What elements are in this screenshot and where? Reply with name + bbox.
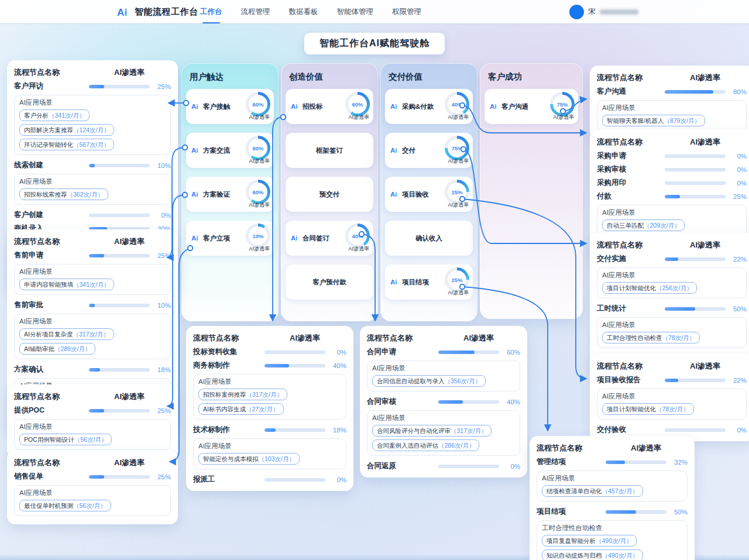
node-label: 客户预付款 [312,278,346,287]
node-label: 采购&付款 [390,102,434,111]
ai-scenario-chip: 拜访记录智能转化（567次/月） [19,139,114,150]
process-row: 合同返原0% [367,459,520,473]
ai-scenario-chips: 招投标线索推荐（362次/月） [19,188,166,200]
process-node-card[interactable]: 客户预付款 [286,264,373,300]
process-node-card[interactable]: 项目验收25%AI渗透率 [385,177,473,212]
ai-rate-bar [665,195,726,198]
top-navigation-bar: 智能流程工作台 工作台流程管理数据看板智能体管理权限管理 宋 [0,0,749,23]
chip-count: （879次/月） [664,117,700,124]
process-row: 销售促单25% [14,470,171,483]
ai-rate-bar-fill [665,90,713,94]
ai-rate-value: 40% [345,224,370,248]
process-row: 商务标制作40% [193,359,346,372]
process-row: 工时统计50% [597,302,747,315]
ai-rate-percent: 60% [499,349,520,356]
node-label: 确认收入 [415,234,442,243]
ai-rate-donut: 40% [345,224,370,248]
nav-tab-权限管理[interactable]: 权限管理 [391,5,422,19]
detail-card-acceptance: 流程节点名称AI渗透率项目验收报告22%AI应用场景项目计划智能优化（78次/月… [590,354,749,441]
ai-scenario-box: AI应用场景合同风险评分与自动化评审（317次/月）合同案例入选自动评估（286… [367,410,520,456]
process-node-card[interactable]: 预交付 [286,177,373,212]
ai-scenario-label: AI应用场景 [372,364,515,373]
process-node-card[interactable]: 确认收入 [385,221,473,256]
process-name: 技术标制作 [193,425,264,435]
process-row: 客户创建0% [14,208,171,222]
ai-rate-bar-fill [606,461,625,464]
ai-rate-percent: 40% [325,362,346,369]
node-label: 框架签订 [316,146,343,155]
process-name: 报派工 [193,475,264,485]
chip-count: （56次/月） [74,436,108,443]
process-node-card[interactable]: 客户接触60%AI渗透率 [186,89,274,124]
process-node-card[interactable]: 客户立项10%AI渗透率 [186,221,274,256]
ai-scenario-box: AI应用场景智能定价与成本模拟（103次/月） [193,438,346,469]
ai-rate-bar-fill [89,409,104,413]
ai-rate-percent: 0% [726,427,747,434]
ai-rate-donut: 25% [445,267,469,292]
ai-scenario-chip: 结项检查清单自动化（457次/月） [542,485,643,497]
ai-rate-donut: 75% [445,136,469,160]
chip-count: （490次/月） [602,552,638,559]
rate-col-header: AI渗透率 [664,361,747,372]
column-title: 用户触达 [186,69,274,89]
process-name: 提供POC [14,406,89,415]
chip-text: AI分析项目复杂度 [24,331,73,338]
chip-count: （317次/月） [246,391,283,398]
ai-rate-percent: 40% [499,398,520,406]
ai-scenario-chip: AI分析项目复杂度（317次/月） [19,328,114,340]
process-row: 合同审核40% [367,395,520,408]
process-node-card[interactable]: 招投标60%AI渗透率 [286,89,373,124]
chip-text: AI辅助审批 [24,345,54,352]
ai-rate-bar [665,154,726,158]
process-node-card[interactable]: 项目结项25%AI渗透率 [385,264,473,300]
node-label: 客户沟通 [490,102,528,111]
nav-tab-数据看板[interactable]: 数据看板 [288,5,319,19]
rate-col-header: AI渗透率 [664,73,747,83]
chip-count: （457次/月） [602,487,638,494]
column-title: 交付价值 [385,69,473,89]
process-name: 采购申请 [597,151,665,161]
ai-scenario-label: AI应用场景 [19,422,166,431]
ai-rate-percent: 25% [726,193,747,200]
ai-scenario-label: 工时合理性自动检查 [542,524,682,532]
ai-scenario-chip: 申请内容智能预填（341次/月） [19,279,114,290]
node-col-header: 流程节点名称 [597,240,664,250]
ai-scenario-chip: 最佳促单时机预测（56次/月） [19,500,111,511]
detail-card-push-order: 流程节点名称AI渗透率销售促单25%AI应用场景最佳促单时机预测（56次/月） [7,451,178,524]
ai-scenario-label: AI应用场景 [198,377,341,386]
chip-text: POC用例智能设计 [24,436,74,443]
ai-rate-percent: 25% [150,473,171,480]
ai-rate-bar-fill [89,254,104,257]
ai-rate-bar [89,368,150,372]
chip-text: 申请内容智能预填 [24,281,73,288]
ai-rate-value: 10% [246,224,270,248]
process-row: 线索创建10% [14,159,171,172]
process-node-card[interactable]: 合同签订40%AI渗透率 [286,221,373,256]
process-name: 销售促单 [14,472,89,482]
nav-tab-智能体管理[interactable]: 智能体管理 [336,5,375,19]
ai-rate-percent: 22% [726,377,747,384]
rate-col-header: AI渗透率 [604,443,688,454]
node-label: 预交付 [319,190,340,199]
process-node-card[interactable]: 采购&付款40%AI渗透率 [385,89,473,124]
process-node-card[interactable]: 框架签订 [286,133,373,168]
app-logo-icon [117,6,131,18]
ai-logo-icon [191,103,201,111]
ai-scenario-label: AI应用场景 [602,321,741,329]
process-node-card[interactable]: 交付75%AI渗透率 [385,133,473,168]
process-node-card[interactable]: 客户沟通75%AI渗透率 [485,89,578,124]
ai-scenario-label: AI应用场景 [19,489,166,497]
page-title: 智能工作台AI赋能驾驶舱 [319,38,430,48]
nav-tab-流程管理[interactable]: 流程管理 [240,5,272,19]
detail-card-cs-comm: 流程节点名称AI渗透率客户沟通80%AI应用场景智能聊天客服/机器人（879次/… [590,66,749,139]
ai-scenario-chips: AI分析项目复杂度（317次/月）AI辅助审批（289次/月） [19,328,166,355]
process-node-card[interactable]: 方案交流60%AI渗透率 [186,133,274,168]
process-node-card[interactable]: 方案验证60%AI渗透率 [186,177,274,212]
process-name: 项目结项 [537,507,606,517]
nav-tab-工作台[interactable]: 工作台 [199,5,224,19]
user-avatar[interactable] [569,5,584,19]
node-name: 采购&付款 [402,102,434,111]
ai-scenario-chip: AI标书内容生成（27次/月） [198,403,284,415]
user-account[interactable]: 宋 [569,0,638,23]
ai-rate-percent: 0% [150,212,171,219]
